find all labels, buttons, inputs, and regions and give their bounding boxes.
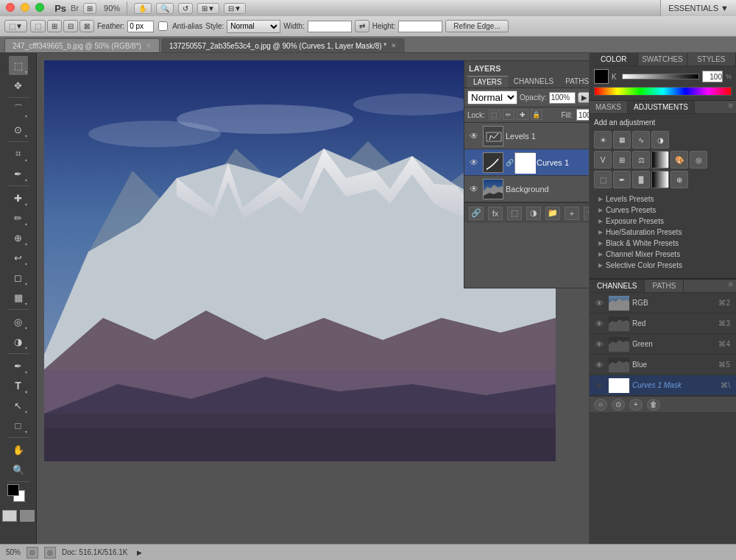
channelmix-icon[interactable]: ◎ <box>690 151 707 169</box>
preset-huesat[interactable]: ▶ Hue/Saturation Presets <box>594 227 732 238</box>
close-button[interactable] <box>6 3 15 12</box>
channel-eye-curves-mask[interactable]: 👁 <box>592 381 606 390</box>
window-mode-btn[interactable]: ⊞ <box>83 3 96 14</box>
new-layer-btn[interactable]: + <box>565 207 579 220</box>
layers-panel-header[interactable]: LAYERS ≡ ▼ <box>464 61 589 76</box>
load-channel-btn[interactable]: ○ <box>594 399 607 411</box>
quick-select-tool[interactable]: ⊙▾ <box>9 120 28 139</box>
move-tool[interactable]: ✥ <box>9 76 28 95</box>
channel-curves-mask[interactable]: 👁 Curves 1 Mask ⌘\ <box>590 375 736 396</box>
k-value-input[interactable] <box>702 71 723 82</box>
antialias-checkbox[interactable] <box>158 21 168 31</box>
color-gradient-bar[interactable] <box>594 87 732 96</box>
layer-row-curves1[interactable]: 👁 🔗 Curves 1 <box>464 149 589 176</box>
brightness-contrast-icon[interactable]: ☀ <box>594 131 612 149</box>
quickmask-mode-btn[interactable] <box>20 510 35 522</box>
eraser-tool[interactable]: ◻▾ <box>9 268 28 287</box>
tab-file2[interactable]: 137250557_2ab35e53c4_o.jpg @ 90% (Curves… <box>161 38 405 52</box>
vibrance-icon[interactable]: V <box>594 151 612 169</box>
delete-layer-btn[interactable]: 🗑 <box>584 207 589 220</box>
add-mask-btn[interactable]: ⬚ <box>507 207 522 220</box>
layer-eye-levels1[interactable]: 👁 <box>467 130 481 143</box>
new-channel-btn[interactable]: + <box>629 399 643 411</box>
channel-eye-red[interactable]: 👁 <box>592 319 606 328</box>
layer-eye-curves1[interactable]: 👁 <box>467 156 481 169</box>
width-input[interactable] <box>308 21 352 32</box>
clone-tool[interactable]: ⊕▾ <box>9 228 28 247</box>
link-layers-btn[interactable]: 🔗 <box>469 207 484 220</box>
new-group-btn[interactable]: 📁 <box>545 207 560 220</box>
rotate-tool-btn[interactable]: ↺ <box>178 3 193 14</box>
curves-icon[interactable]: ∿ <box>632 131 650 149</box>
path-select-tool[interactable]: ↖▾ <box>9 396 28 415</box>
channel-eye-rgb[interactable]: 👁 <box>592 299 606 308</box>
bottom-info-btn[interactable]: ◎ <box>44 547 56 559</box>
save-channel-btn[interactable]: ⊙ <box>612 399 625 411</box>
view-dropdown-btn[interactable]: ⊞▼ <box>197 3 219 14</box>
tab-file1[interactable]: 247_cfff349665_b.jpg @ 50% (RGB/8*) ✕ <box>4 38 160 52</box>
channels-tab[interactable]: CHANNELS <box>590 280 645 292</box>
blur-tool[interactable]: ◎▾ <box>9 312 28 331</box>
shape-tool[interactable]: □▾ <box>9 416 28 435</box>
crop-tool[interactable]: ⌗▾ <box>9 144 28 163</box>
preset-selectivecolor[interactable]: ▶ Selective Color Presets <box>594 260 732 271</box>
exposure-icon[interactable]: ◑ <box>651 131 669 149</box>
minimize-button[interactable] <box>21 3 29 12</box>
preset-exposure[interactable]: ▶ Exposure Presets <box>594 216 732 227</box>
channel-eye-blue[interactable]: 👁 <box>592 361 606 369</box>
swatches-tab[interactable]: SWATCHES <box>638 53 687 65</box>
selectivecolor-icon[interactable]: ⊕ <box>670 171 688 188</box>
channel-green[interactable]: 👁 Green ⌘4 <box>590 334 736 355</box>
layers-tab[interactable]: LAYERS <box>467 76 508 88</box>
lock-transparent-btn[interactable]: ⬚ <box>489 110 500 120</box>
channels-options-icon[interactable]: ≡ <box>729 280 736 292</box>
eyedropper-tool[interactable]: ✒▾ <box>9 164 28 183</box>
main-color-swatch[interactable] <box>594 69 609 84</box>
new-selection-btn[interactable]: ⬚ <box>30 20 46 32</box>
channel-red[interactable]: 👁 Red ⌘3 <box>590 313 736 334</box>
gradientmap-icon[interactable] <box>651 171 669 188</box>
marquee-tool[interactable]: ⬚▾ <box>9 56 28 75</box>
history-brush-tool[interactable]: ↩▾ <box>9 248 28 267</box>
layer-effects-btn[interactable]: fx <box>488 207 503 220</box>
masks-tab[interactable]: MASKS <box>590 101 628 113</box>
levels-icon[interactable]: ▦ <box>613 131 631 149</box>
type-tool[interactable]: T▾ <box>9 376 28 395</box>
preset-levels[interactable]: ▶ Levels Presets <box>594 194 732 205</box>
normal-mode-btn[interactable] <box>2 510 17 522</box>
layer-eye-background[interactable]: 👁 <box>467 182 481 196</box>
opacity-input[interactable] <box>549 92 576 104</box>
brush-tool[interactable]: ✏▾ <box>9 208 28 227</box>
opacity-arrow[interactable]: ▶ <box>578 92 589 103</box>
new-adj-layer-btn[interactable]: ◑ <box>526 207 541 220</box>
fill-input[interactable] <box>576 109 589 121</box>
feather-input[interactable] <box>127 21 154 32</box>
zoom-tool[interactable]: 🔍 <box>9 460 28 479</box>
styles-tab[interactable]: STYLES <box>687 53 736 65</box>
style-select[interactable]: Normal Fixed Ratio Fixed Size <box>227 20 280 33</box>
maximize-button[interactable] <box>35 3 44 12</box>
dodge-tool[interactable]: ◑▾ <box>9 332 28 351</box>
preset-bw[interactable]: ▶ Black & White Presets <box>594 238 732 249</box>
blend-mode-select[interactable]: Normal Multiply Screen Overlay <box>467 91 517 104</box>
photofilter-icon[interactable]: 🎨 <box>670 151 688 169</box>
pen-tool[interactable]: ✒▾ <box>9 356 28 375</box>
add-selection-btn[interactable]: ⊞ <box>47 20 62 32</box>
delete-channel-btn[interactable]: 🗑 <box>647 399 660 411</box>
lock-all-btn[interactable]: 🔒 <box>531 110 542 120</box>
channel-rgb[interactable]: 👁 RGB ⌘2 <box>590 293 736 313</box>
tab2-close-icon[interactable]: ✕ <box>391 42 397 49</box>
bottom-zoom-menu[interactable]: ⊙ <box>26 547 38 559</box>
layer-row-levels1[interactable]: 👁 Levels 1 <box>464 123 589 149</box>
bottom-arrow[interactable]: ▶ <box>134 547 146 559</box>
intersect-selection-btn[interactable]: ⊠ <box>79 20 94 32</box>
preset-curves[interactable]: ▶ Curves Presets <box>594 205 732 216</box>
lock-image-btn[interactable]: ✏ <box>503 110 514 120</box>
threshold-icon[interactable]: ▓ <box>632 171 650 188</box>
adjustments-tab[interactable]: ADJUSTMENTS <box>628 101 695 113</box>
paths-tab-layers[interactable]: PATHS <box>559 76 589 88</box>
k-slider[interactable] <box>622 74 699 79</box>
preset-channelmix[interactable]: ▶ Channel Mixer Presets <box>594 249 732 260</box>
color-tab[interactable]: COLOR <box>590 53 638 65</box>
posterize-icon[interactable]: ✒ <box>613 171 631 188</box>
